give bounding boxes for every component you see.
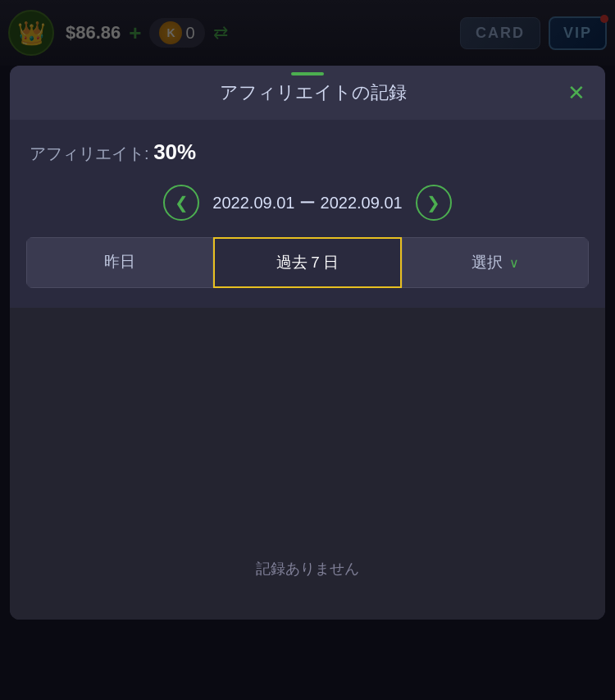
no-records-label: 記録ありません bbox=[256, 559, 359, 603]
content-area: 記録ありません bbox=[10, 308, 605, 620]
modal-overlay: アフィリエイトの記録 ✕ アフィリエイト: 30% ❮ 2022.09.01 ー… bbox=[0, 0, 615, 700]
date-prev-button[interactable]: ❮ bbox=[163, 185, 199, 221]
affiliate-percentage: 30% bbox=[153, 140, 196, 164]
modal-body: アフィリエイト: 30% ❮ 2022.09.01 ー 2022.09.01 ❯… bbox=[10, 120, 605, 308]
close-button[interactable]: ✕ bbox=[567, 82, 585, 103]
filter-select-button[interactable]: 選択 ∨ bbox=[402, 237, 589, 288]
filter-row: 昨日 過去７日 選択 ∨ bbox=[26, 237, 589, 288]
modal-indicator bbox=[291, 72, 324, 75]
affiliate-rate-display: アフィリエイト: 30% bbox=[26, 140, 589, 165]
affiliate-modal: アフィリエイトの記録 ✕ アフィリエイト: 30% ❮ 2022.09.01 ー… bbox=[10, 66, 605, 620]
modal-header: アフィリエイトの記録 ✕ bbox=[10, 66, 605, 120]
date-range-display: 2022.09.01 ー 2022.09.01 bbox=[212, 192, 402, 214]
date-navigation: ❮ 2022.09.01 ー 2022.09.01 ❯ bbox=[26, 185, 589, 221]
chevron-down-icon: ∨ bbox=[509, 255, 519, 271]
modal-title: アフィリエイトの記録 bbox=[59, 80, 567, 105]
filter-yesterday-button[interactable]: 昨日 bbox=[26, 237, 213, 288]
date-next-button[interactable]: ❯ bbox=[416, 185, 452, 221]
filter-7days-button[interactable]: 過去７日 bbox=[213, 237, 402, 288]
